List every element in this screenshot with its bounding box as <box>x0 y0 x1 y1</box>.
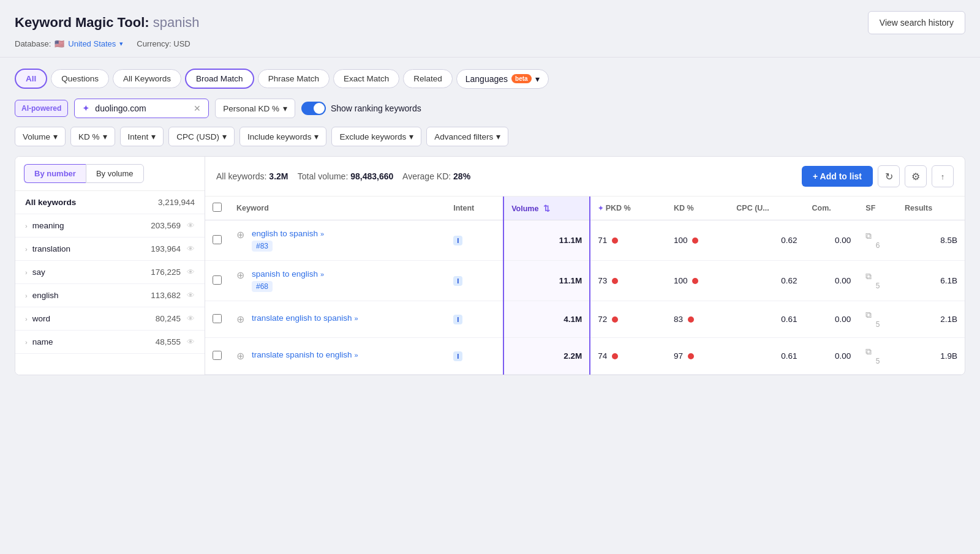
tab-questions[interactable]: Questions <box>51 69 109 88</box>
tab-languages[interactable]: Languages beta ▾ <box>456 69 549 89</box>
eye-icon[interactable]: 👁 <box>187 337 195 346</box>
row-checkbox[interactable] <box>213 235 222 244</box>
add-keyword-icon[interactable]: ⊕ <box>236 269 244 281</box>
rank-badge: #83 <box>252 241 273 252</box>
pkd-cell: 73 <box>590 261 666 301</box>
keyword-expand-icon: » <box>320 230 324 238</box>
row-checkbox[interactable] <box>213 275 222 285</box>
db-chevron-icon[interactable]: ▾ <box>119 40 123 48</box>
rank-badge: #68 <box>252 281 273 292</box>
domain-input-container[interactable]: ✦ duolingo.com ✕ <box>74 99 209 118</box>
filter-volume[interactable]: Volume ▾ <box>15 127 66 146</box>
keyword-link[interactable]: spanish to english » <box>252 269 324 279</box>
col-com: Com. <box>805 197 859 220</box>
show-ranking-toggle[interactable] <box>301 102 326 115</box>
personal-kd-label: Personal KD % <box>223 104 279 113</box>
keyword-link[interactable]: english to spanish » <box>252 229 324 238</box>
sidebar-item-word[interactable]: › word 80,245 👁 <box>15 307 205 331</box>
sf-icon[interactable]: ⧉ <box>865 310 872 320</box>
keyword-link[interactable]: translate english to spanish » <box>252 313 358 323</box>
sf-cell: ⧉ 6 <box>858 220 897 261</box>
eye-icon[interactable]: 👁 <box>187 291 195 300</box>
kd-dot <box>688 353 694 359</box>
sf-icon[interactable]: ⧉ <box>865 231 872 241</box>
sort-icon: ⇅ <box>543 204 550 213</box>
toggle-knob <box>314 103 325 114</box>
filter-include-keywords[interactable]: Include keywords ▾ <box>239 127 326 146</box>
refresh-button[interactable]: ↻ <box>878 165 900 187</box>
page-title-prefix: Keyword Magic Tool: <box>15 15 149 30</box>
eye-icon[interactable]: 👁 <box>187 314 195 323</box>
flag-icon: 🇺🇸 <box>55 39 64 48</box>
settings-button[interactable]: ⚙ <box>905 165 927 187</box>
tab-broad-match[interactable]: Broad Match <box>185 69 254 89</box>
add-keyword-icon[interactable]: ⊕ <box>236 229 244 241</box>
sidebar-item-english[interactable]: › english 113,682 👁 <box>15 284 205 307</box>
keyword-cell: ⊕ translate spanish to english » <box>229 338 446 375</box>
kd-cell: 83 <box>666 301 729 338</box>
add-keyword-icon[interactable]: ⊕ <box>236 313 244 325</box>
keyword-link[interactable]: translate spanish to english » <box>252 350 358 359</box>
volume-cell: 11.1M <box>503 220 590 261</box>
pkd-dot <box>612 316 618 323</box>
cpc-cell: 0.62 <box>729 261 804 301</box>
results-cell: 1.9B <box>897 338 965 375</box>
personal-kd-button[interactable]: Personal KD % ▾ <box>215 99 295 118</box>
cpc-chevron-icon: ▾ <box>222 132 227 141</box>
tab-exact-match[interactable]: Exact Match <box>333 69 399 88</box>
eye-icon[interactable]: 👁 <box>187 221 195 230</box>
sidebar-list: All keywords 3,219,944 › meaning <box>15 191 205 354</box>
filter-intent[interactable]: Intent ▾ <box>120 127 164 146</box>
db-country[interactable]: United States <box>68 39 116 48</box>
advanced-chevron-icon: ▾ <box>496 132 500 141</box>
intent-badge: I <box>453 315 462 324</box>
sidebar-item-name[interactable]: › name 48,555 👁 <box>15 331 205 354</box>
filter-cpc[interactable]: CPC (USD) ▾ <box>168 127 235 146</box>
table-row: ⊕ translate english to spanish » <box>205 301 965 338</box>
by-number-button[interactable]: By number <box>24 164 86 183</box>
sidebar-item-meaning[interactable]: › meaning 203,569 👁 <box>15 214 205 238</box>
tab-related[interactable]: Related <box>403 69 453 88</box>
view-history-button[interactable]: View search history <box>868 11 965 34</box>
table-row: ⊕ spanish to english » #68 <box>205 261 965 301</box>
col-volume[interactable]: Volume ⇅ <box>503 197 590 220</box>
filter-exclude-keywords[interactable]: Exclude keywords ▾ <box>331 127 421 146</box>
intent-cell: I <box>446 301 503 338</box>
sidebar-item-say[interactable]: › say 176,225 👁 <box>15 261 205 284</box>
show-ranking-toggle-area: Show ranking keywords <box>301 102 421 115</box>
export-button[interactable]: ↑ <box>932 165 954 187</box>
currency-label: Currency: USD <box>137 39 190 48</box>
personal-kd-chevron-icon: ▾ <box>283 103 287 113</box>
select-all-checkbox[interactable] <box>213 203 222 212</box>
tab-phrase-match[interactable]: Phrase Match <box>258 69 330 88</box>
sidebar-keyword: say <box>32 268 45 277</box>
sf-icon[interactable]: ⧉ <box>865 271 872 281</box>
tab-all[interactable]: All <box>15 69 47 89</box>
by-volume-button[interactable]: By volume <box>86 164 144 183</box>
sidebar-chevron-icon: › <box>25 339 28 346</box>
tab-all-keywords[interactable]: All Keywords <box>113 69 181 88</box>
row-checkbox[interactable] <box>213 314 222 323</box>
sidebar-item-translation[interactable]: › translation 193,964 👁 <box>15 238 205 261</box>
sidebar-count: 80,245 <box>156 314 181 323</box>
eye-icon[interactable]: 👁 <box>187 244 195 253</box>
add-to-list-button[interactable]: + Add to list <box>802 166 873 187</box>
keyword-expand-icon: » <box>320 271 324 278</box>
sf-cell: ⧉ 5 <box>858 338 897 375</box>
pkd-dot <box>612 278 618 284</box>
filter-kd[interactable]: KD % ▾ <box>70 127 115 146</box>
sidebar-item-all-keywords[interactable]: All keywords 3,219,944 <box>15 191 205 214</box>
exclude-chevron-icon: ▾ <box>409 132 413 141</box>
intent-badge: I <box>453 236 462 245</box>
filter-advanced[interactable]: Advanced filters ▾ <box>426 127 508 146</box>
clear-domain-icon[interactable]: ✕ <box>194 103 201 113</box>
cpc-cell: 0.61 <box>729 338 804 375</box>
table-row: ⊕ english to spanish » #83 <box>205 220 965 261</box>
sf-icon[interactable]: ⧉ <box>865 346 872 356</box>
add-keyword-icon[interactable]: ⊕ <box>236 350 244 362</box>
languages-label: Languages <box>466 74 508 84</box>
keyword-expand-icon: » <box>355 351 358 359</box>
row-checkbox[interactable] <box>213 351 222 360</box>
pkd-cell: 72 <box>590 301 666 338</box>
eye-icon[interactable]: 👁 <box>187 268 195 277</box>
